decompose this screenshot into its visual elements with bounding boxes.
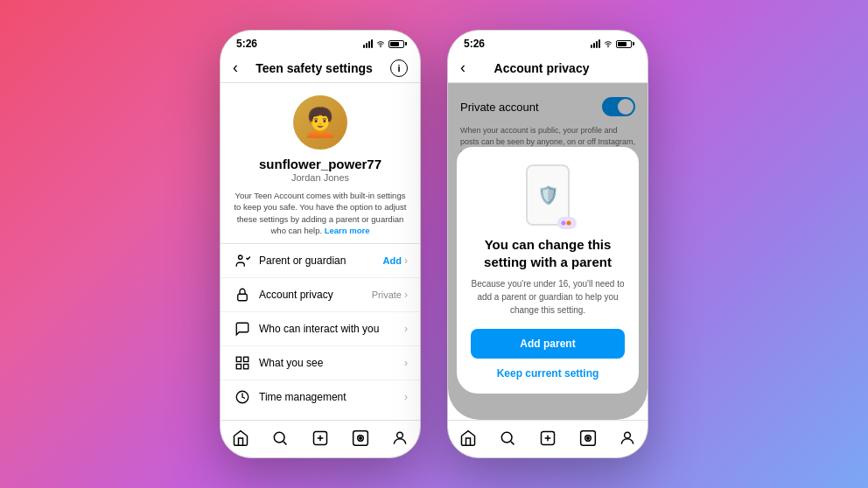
learn-more-link[interactable]: Learn more xyxy=(325,226,370,235)
nav-home-2[interactable] xyxy=(459,429,477,447)
nav-header-2: ‹ Account privacy xyxy=(448,53,648,82)
menu-label-see: What you see xyxy=(259,357,404,369)
nav-profile-2[interactable] xyxy=(619,429,636,447)
nav-add-2[interactable] xyxy=(539,429,556,447)
status-bar-2: 5:26 xyxy=(448,31,648,53)
clock-icon xyxy=(233,389,252,405)
wifi-icon xyxy=(375,40,386,48)
svg-point-15 xyxy=(562,221,566,226)
signal-icon-2 xyxy=(591,39,600,48)
signal-icon xyxy=(363,39,373,48)
grid-icon xyxy=(233,355,252,371)
menu-item-see[interactable]: What you see › xyxy=(220,346,420,380)
svg-rect-2 xyxy=(238,294,248,301)
back-button-1[interactable]: ‹ xyxy=(233,59,238,77)
status-icons-2 xyxy=(591,39,632,48)
svg-point-0 xyxy=(381,46,382,47)
chevron-icon-2: › xyxy=(404,323,408,335)
menu-label-parent: Parent or guardian xyxy=(259,254,383,267)
nav-search[interactable] xyxy=(271,429,289,447)
svg-point-12 xyxy=(359,437,361,440)
modal-card: 🛡️ You can change this setting with a pa… xyxy=(457,147,639,394)
menu-right-see: › xyxy=(404,357,408,369)
nav-search-2[interactable] xyxy=(499,429,516,447)
svg-point-14 xyxy=(608,46,609,47)
nav-header-1: ‹ Teen safety settings i xyxy=(220,53,420,82)
menu-action-parent: Add xyxy=(383,255,402,266)
modal-icon-wrap: 🛡️ xyxy=(471,164,625,226)
svg-point-16 xyxy=(567,221,571,226)
svg-rect-6 xyxy=(244,365,248,369)
svg-point-8 xyxy=(275,432,285,443)
svg-rect-4 xyxy=(244,357,248,361)
svg-rect-5 xyxy=(236,365,241,369)
svg-point-21 xyxy=(586,437,589,440)
nav-reels[interactable] xyxy=(352,429,369,447)
menu-right-privacy: Private › xyxy=(372,289,408,301)
keep-setting-button[interactable]: Keep current setting xyxy=(471,367,625,380)
menu-item-parent[interactable]: Parent or guardian Add › xyxy=(220,244,420,278)
menu-list: Parent or guardian Add › Account privacy… xyxy=(220,244,420,420)
svg-point-13 xyxy=(397,432,403,438)
wifi-icon-2 xyxy=(603,40,613,48)
privacy-screen: Private account When your account is pub… xyxy=(448,83,648,420)
shield-icon: 🛡️ xyxy=(537,185,559,206)
status-time-2: 5:26 xyxy=(464,38,485,50)
chevron-icon-1: › xyxy=(404,289,408,301)
screen-title-1: Teen safety settings xyxy=(256,61,373,75)
person-guardian-icon xyxy=(233,253,252,268)
menu-item-time[interactable]: Time management › xyxy=(220,380,420,414)
status-bar-1: 5:26 xyxy=(220,31,420,53)
screen-title-2: Account privacy xyxy=(494,61,590,75)
menu-label-interact: Who can interact with you xyxy=(259,323,404,335)
menu-label-time: Time management xyxy=(259,391,404,403)
modal-phone-icon: 🛡️ xyxy=(526,164,570,226)
phone-2: 5:26 ‹ Account privacy Private account xyxy=(447,30,648,458)
phone-1: 5:26 ‹ Teen safety settings i 🧑‍🦱 xyxy=(220,30,421,458)
battery-icon-2 xyxy=(616,40,632,48)
nav-add[interactable] xyxy=(312,429,329,447)
nav-home[interactable] xyxy=(232,429,249,447)
svg-point-22 xyxy=(625,432,631,438)
profile-section: 🧑‍🦱 sunflower_power77 Jordan Jones Your … xyxy=(220,83,420,243)
modal-description: Because you're under 16, you'll need to … xyxy=(471,277,625,317)
svg-point-17 xyxy=(502,432,513,443)
avatar: 🧑‍🦱 xyxy=(293,95,347,150)
username: sunflower_power77 xyxy=(259,157,382,171)
menu-item-privacy[interactable]: Account privacy Private › xyxy=(220,278,420,312)
chevron-icon-3: › xyxy=(404,357,408,369)
chevron-icon-0: › xyxy=(404,254,408,267)
nav-reels-2[interactable] xyxy=(579,429,597,447)
bottom-nav-2 xyxy=(448,420,648,457)
menu-right-interact: › xyxy=(404,323,408,335)
menu-right-time: › xyxy=(404,391,408,403)
back-button-2[interactable]: ‹ xyxy=(460,59,466,77)
menu-item-interact[interactable]: Who can interact with you › xyxy=(220,312,420,346)
real-name: Jordan Jones xyxy=(291,172,349,183)
status-time-1: 5:26 xyxy=(236,38,257,50)
nav-profile[interactable] xyxy=(391,429,409,447)
bottom-nav-1 xyxy=(220,420,420,457)
lock-icon xyxy=(233,287,252,303)
info-button-1[interactable]: i xyxy=(390,59,408,77)
modal-badge-icon xyxy=(557,217,577,229)
profile-description: Your Teen Account comes with built-in se… xyxy=(233,190,408,236)
status-icons-1 xyxy=(363,39,404,48)
modal-title: You can change this setting with a paren… xyxy=(471,236,625,270)
menu-label-privacy: Account privacy xyxy=(259,289,372,301)
modal-overlay: 🛡️ You can change this setting with a pa… xyxy=(448,83,648,420)
chevron-icon-4: › xyxy=(404,391,408,403)
menu-right-parent: Add › xyxy=(383,254,408,267)
add-parent-button[interactable]: Add parent xyxy=(471,329,625,359)
svg-point-1 xyxy=(239,255,243,260)
battery-icon xyxy=(388,40,404,48)
svg-rect-3 xyxy=(236,357,241,361)
messenger-icon xyxy=(233,321,252,337)
